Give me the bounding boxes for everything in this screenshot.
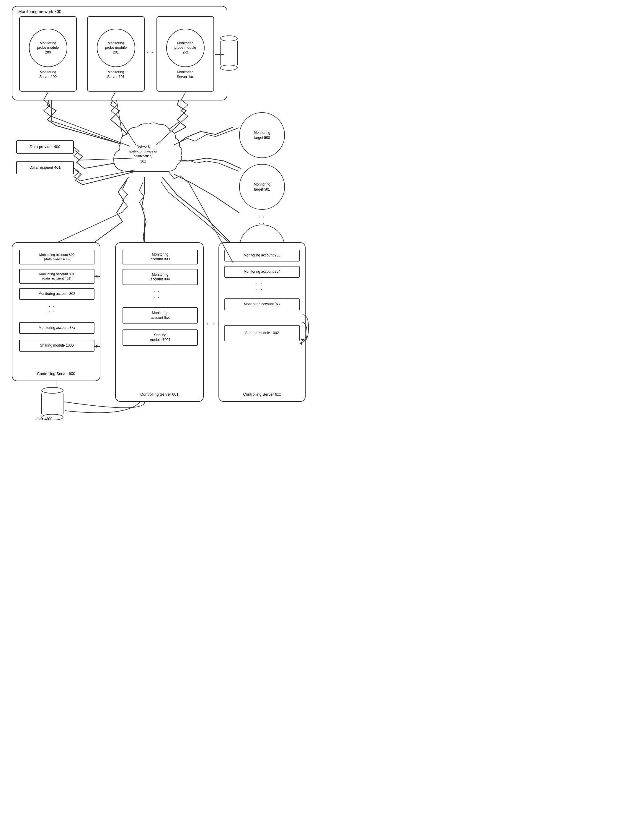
target-dots: . .. .	[258, 213, 265, 225]
controlling-601-label: Controlling Server 601	[116, 392, 203, 397]
account-8xx-601-box: Monitoringaccount 8xx	[123, 307, 198, 324]
sharing-1001-box: Sharingmodule 1001	[123, 330, 198, 346]
server-1xx-label: MonitoringServer 1xx	[166, 70, 205, 79]
target-500-circle: Monitoringtarget 500	[239, 112, 285, 158]
controlling-600-label: Controlling Server 600	[13, 371, 100, 376]
server-101-box: Monitoringprobe module201 MonitoringServ…	[87, 16, 145, 92]
monitoring-network-label: Monitoring network 300	[18, 9, 61, 14]
account-903-box: Monitoring account 903	[224, 249, 300, 262]
account-904-label: Monitoring account 904	[244, 270, 280, 274]
db-1200	[41, 387, 63, 420]
data-recipient-box: Data recipient 401	[16, 161, 74, 174]
svg-marker-6	[94, 275, 96, 278]
probe-200-circle: Monitoringprobe module200	[29, 28, 67, 67]
svg-text:(public or private or: (public or private or	[129, 150, 157, 153]
account-800-label: Monitoring account 800(data owner 400)	[39, 253, 75, 262]
dots-601: . .. .	[154, 288, 160, 299]
sharing-1001-label: Sharingmodule 1001	[150, 333, 170, 342]
account-904-box: Monitoring account 904	[224, 266, 300, 278]
probe-200-label: Monitoringprobe module200	[37, 41, 59, 55]
account-9xx-label: Monitoring account 9xx	[244, 302, 280, 307]
account-803-label: Monitoringaccount 803	[151, 252, 170, 262]
db-top-right	[220, 35, 238, 71]
dots-6xx: . .. .	[256, 280, 263, 291]
account-804-box: Monitoringaccount 804	[123, 269, 198, 285]
svg-marker-8	[94, 346, 96, 348]
data-recipient-label: Data recipient 401	[30, 165, 61, 170]
probe-201-circle: Monitoringprobe module201	[97, 28, 135, 67]
data-provider-box: Data provider 400	[16, 141, 74, 154]
account-8xx-600-label: Monitoring account 8xx	[39, 325, 75, 330]
target-501-label: Monitoringtarget 501	[254, 182, 270, 192]
controlling-6xx-label: Controlling Server 6xx	[219, 392, 305, 397]
account-8xx-601-label: Monitoringaccount 8xx	[151, 311, 170, 320]
sharing-1002-label: Sharing module 1002	[245, 331, 279, 336]
probe-2xx-label: Monitoringprobe module2xx	[175, 41, 196, 55]
account-801-box: Monitoring account 801(data recipient 40…	[19, 269, 94, 284]
account-802-label: Monitoring account 802	[38, 292, 75, 296]
account-804-label: Monitoringaccount 804	[151, 272, 170, 281]
target-501-circle: Monitoringtarget 501	[239, 164, 285, 210]
arrow-1000	[93, 344, 102, 349]
probe-2xx-circle: Monitoringprobe module2xx	[166, 28, 205, 67]
account-801-label: Monitoring account 801(data recipient 40…	[39, 272, 75, 281]
server-101-label: MonitoringServer 101	[97, 70, 135, 79]
data-provider-label: Data provider 400	[30, 144, 60, 150]
account-8xx-600-box: Monitoring account 8xx	[19, 322, 94, 334]
sharing-1002-box: Sharing module 1002	[224, 325, 300, 341]
svg-text:Network: Network	[137, 144, 150, 148]
account-803-box: Monitoringaccount 803	[123, 249, 198, 264]
account-800-box: Monitoring account 800(data owner 400)	[19, 249, 94, 264]
server-100-box: Monitoringprobe module200 MonitoringServ…	[19, 16, 77, 92]
server-1xx-box: Monitoringprobe module2xx MonitoringServ…	[156, 16, 214, 92]
account-802-box: Monitoring account 802	[19, 288, 94, 300]
svg-text:301: 301	[140, 159, 146, 163]
sharing-1000-box: Sharing module 1000	[19, 340, 94, 352]
sharing-1000-label: Sharing module 1000	[40, 343, 74, 348]
cloud-svg: Network (public or private or combinatio…	[105, 118, 181, 183]
diagram: Monitoring network 300 Monitoringprobe m…	[0, 0, 316, 420]
svg-text:combination): combination)	[134, 154, 153, 158]
db-1200-label: data 1200	[35, 417, 52, 420]
probe-201-label: Monitoringprobe module201	[105, 41, 127, 55]
account-9xx-box: Monitoring account 9xx	[224, 298, 300, 310]
network-cloud: Network (public or private or combinatio…	[105, 118, 181, 183]
arrow-801	[93, 273, 102, 279]
target-500-label: Monitoringtarget 500	[254, 130, 270, 141]
dots-600: . .. .	[49, 303, 55, 314]
arrow-1002	[295, 313, 310, 343]
account-903-label: Monitoring account 903	[244, 253, 280, 258]
server-100-label: MonitoringServer 100	[29, 70, 67, 79]
